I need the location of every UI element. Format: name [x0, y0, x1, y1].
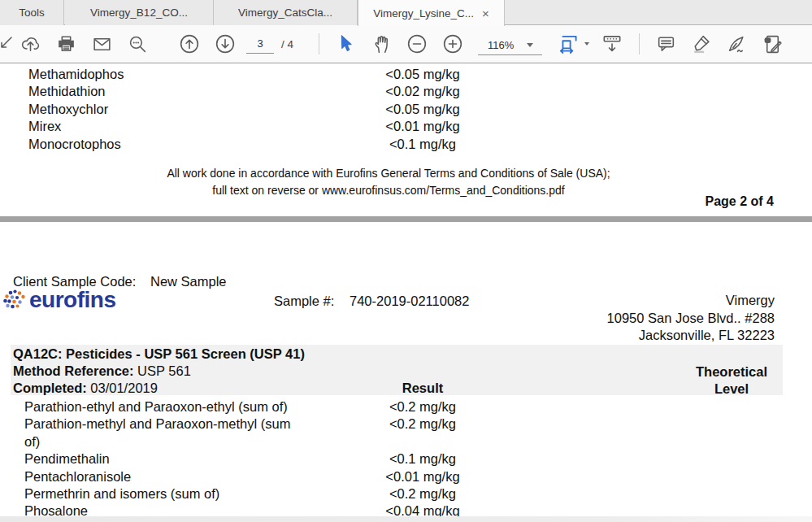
comment-icon[interactable] [654, 32, 678, 56]
client-sample-value: New Sample [150, 274, 227, 289]
search-icon[interactable] [125, 32, 150, 56]
eurofins-logo-text: eurofins [29, 287, 115, 313]
fill-and-sign-icon[interactable] [724, 32, 749, 56]
sample-number-line: Sample #: 740-2019-02110082 [274, 294, 334, 309]
tab-document-lysine-active[interactable]: Vimergy_Lysine_C... × [358, 0, 505, 26]
share-cloud-upload-icon[interactable] [18, 32, 42, 56]
zoom-level-value: 116% [488, 39, 514, 51]
table-row: Methamidophos <0.05 mg/kg [0, 66, 812, 83]
analyte-result: <0.02 mg/kg [341, 83, 504, 100]
page-3: Client Sample Code: New Sample [0, 222, 812, 522]
print-icon[interactable] [54, 32, 78, 56]
completed-label: Completed: [13, 381, 87, 395]
section-header-band: QA12C: Pesticides - USP 561 Screen (USP … [11, 345, 783, 395]
method-reference-value: USP 561 [134, 363, 191, 378]
result-column-header: Result [341, 381, 504, 396]
section-title: QA12C: Pesticides - USP 561 Screen (USP … [13, 346, 305, 362]
analyte-name: Methamidophos [28, 66, 341, 83]
pesticide-table-page3: Parathion-ethyl and Paraoxon-ethyl (sum … [0, 398, 812, 520]
page-2: Methamidophos <0.05 mg/kg Methidathion <… [0, 63, 812, 216]
zoom-level-control[interactable]: 116% [478, 36, 542, 55]
tab-document-b12[interactable]: Vimergy_B12_CO... [65, 0, 214, 25]
analyte-name: Permethrin and isomers (sum of) [24, 485, 341, 502]
edit-pdf-icon[interactable] [760, 32, 784, 56]
table-row: Parathion-methyl and Paraoxon-methyl (su… [0, 415, 812, 450]
toolbar-separator [639, 33, 640, 54]
page-scroll-mode-icon[interactable] [600, 32, 624, 56]
analyte-result: <0.05 mg/kg [341, 66, 504, 83]
page-number-label: Page 2 of 4 [706, 194, 774, 209]
analyte-name: Parathion-methyl and Paraoxon-methyl (su… [24, 415, 341, 450]
theoretical-header-line1: Theoretical [691, 363, 772, 381]
analyte-name: Parathion-ethyl and Paraoxon-ethyl (sum … [24, 398, 341, 415]
completed-line: Completed: 03/01/2019 [13, 381, 158, 396]
analyte-name: Methidathion [28, 83, 341, 100]
analyte-result: <0.01 mg/kg [341, 118, 504, 135]
analyte-name: Pentachloranisole [24, 468, 341, 485]
terms-footer-line1: All work done in accordance with Eurofin… [0, 165, 777, 182]
tab-document-label: Vimergy_B12_CO... [90, 7, 188, 19]
previous-page-icon[interactable] [177, 32, 202, 56]
completed-value: 03/01/2019 [87, 381, 158, 395]
sample-number-label: Sample #: [274, 294, 334, 308]
eurofins-logo-dots-icon [2, 289, 28, 316]
analyte-result: <0.1 mg/kg [341, 136, 504, 153]
pesticide-table-page2: Methamidophos <0.05 mg/kg Methidathion <… [0, 66, 812, 153]
table-row: Mirex <0.01 mg/kg [0, 118, 812, 135]
tab-document-catsclaw[interactable]: Vimergy_CatsCla... [214, 0, 358, 25]
chevron-down-icon[interactable] [527, 43, 533, 47]
email-icon[interactable] [89, 32, 114, 56]
terms-footer-line2: full text on reverse or www.eurofinsus.c… [0, 182, 777, 199]
toolbar-separator [319, 33, 319, 54]
method-reference-label: Method Reference: [13, 363, 134, 378]
table-row: Methoxychlor <0.05 mg/kg [0, 101, 812, 118]
eurofins-logo: eurofins [2, 289, 165, 316]
hand-tool-icon[interactable] [369, 32, 393, 56]
method-reference-line: Method Reference: USP 561 [13, 363, 191, 379]
document-view: Methamidophos <0.05 mg/kg Methidathion <… [0, 63, 812, 522]
pdf-viewer-window: Tools Vimergy_B12_CO... Vimergy_CatsCla.… [0, 0, 812, 522]
terms-footer: All work done in accordance with Eurofin… [0, 165, 777, 198]
tab-tools-label: Tools [19, 7, 45, 19]
next-section-band-edge [0, 516, 812, 522]
tab-tools[interactable]: Tools [0, 0, 64, 25]
tab-document-label: Vimergy_Lysine_C... [373, 7, 474, 20]
tab-bar: Tools Vimergy_B12_CO... Vimergy_CatsCla.… [0, 0, 812, 25]
client-address-block: Vimergy 10950 San Jose Blvd.. #288 Jacks… [607, 292, 775, 345]
fit-width-icon[interactable] [557, 32, 581, 56]
table-row: Methidathion <0.02 mg/kg [0, 83, 812, 100]
customize-tools-partial-icon[interactable] [0, 32, 15, 56]
analyte-result: <0.2 mg/kg [341, 415, 504, 433]
zoom-out-icon[interactable] [405, 32, 429, 56]
fit-width-chevron-down-icon[interactable] [584, 42, 589, 46]
analyte-name: Monocrotophos [28, 136, 341, 153]
highlight-icon[interactable] [688, 32, 713, 56]
analyte-name: Methoxychlor [28, 101, 341, 118]
close-tab-icon[interactable]: × [482, 7, 489, 20]
client-street: 10950 San Jose Blvd.. #288 [607, 310, 775, 328]
table-row: Pentachloranisole <0.01 mg/kg [0, 468, 812, 485]
analyte-result: <0.2 mg/kg [341, 485, 504, 502]
page-total-label: / 4 [281, 38, 293, 50]
client-name: Vimergy [607, 292, 775, 310]
select-tool-icon[interactable] [333, 32, 358, 56]
analyte-result: <0.05 mg/kg [341, 101, 504, 118]
page-number-input[interactable]: 3 [246, 36, 274, 54]
client-city: Jacksonville, FL 32223 [607, 327, 775, 345]
analyte-name: Mirex [28, 118, 341, 135]
next-page-icon[interactable] [213, 32, 237, 56]
zoom-in-icon[interactable] [441, 32, 465, 56]
table-row: Monocrotophos <0.1 mg/kg [0, 136, 812, 153]
tab-document-label: Vimergy_CatsCla... [238, 7, 332, 19]
page-divider [0, 216, 812, 222]
toolbar: 3 / 4 116% [0, 25, 812, 63]
analyte-result: <0.01 mg/kg [341, 468, 504, 485]
analyte-name: Pendimethalin [24, 450, 341, 468]
table-row: Permethrin and isomers (sum of) <0.2 mg/… [0, 485, 812, 502]
table-row: Pendimethalin <0.1 mg/kg [0, 450, 812, 468]
theoretical-header-line2: Level [691, 381, 772, 398]
table-row: Parathion-ethyl and Paraoxon-ethyl (sum … [0, 398, 812, 415]
analyte-result: <0.2 mg/kg [341, 398, 504, 415]
sample-number-value: 740-2019-02110082 [350, 294, 469, 309]
analyte-result: <0.1 mg/kg [341, 450, 504, 468]
